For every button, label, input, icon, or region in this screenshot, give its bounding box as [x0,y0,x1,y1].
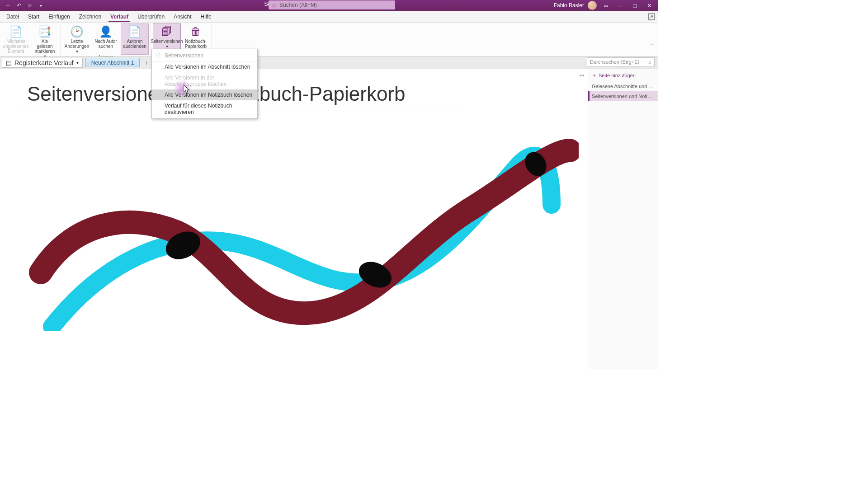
search-icon: ⌕ [272,1,276,9]
close-icon[interactable]: ✕ [644,1,655,10]
ribbon-display-icon[interactable]: ▭ [600,1,611,10]
emoji-icon[interactable]: ☺ [26,2,33,9]
chevron-down-icon: ▾ [76,60,79,65]
author-search-icon: 👤 [99,25,113,38]
menu-hilfe[interactable]: Hilfe [196,11,216,22]
recent-changes-button[interactable]: 🕑 LetzteÄnderungen ▾ [63,23,91,55]
user-avatar[interactable] [588,1,597,10]
menu-zeichnen[interactable]: Zeichnen [75,11,106,22]
section-tab[interactable]: Neuer Abschnitt 1 [85,58,140,67]
undo-icon[interactable]: ↶ [15,2,23,9]
hide-authors-icon: 📄 [128,25,142,38]
page-versions-icon: 🗐 [161,25,172,38]
notebook-name: Registerkarte Verlauf [14,59,74,66]
dropdown-header: Seitenversionen [152,50,257,61]
ribbon-group-autoren: 🕑 LetzteÄnderungen ▾ 👤 Nach Autorsuchen … [61,23,151,56]
page-list-item[interactable]: Seitenversionen und Notizbuch-P [588,91,658,101]
menu-ansicht[interactable]: Ansicht [169,11,196,22]
search-box[interactable]: ⌕ Suchen (Alt+M) [269,0,395,9]
back-icon[interactable]: ← [5,2,12,9]
maximize-icon[interactable]: ▢ [629,1,640,10]
page-versions-dropdown: Seitenversionen Alle Versionen im Abschn… [151,49,258,119]
menu-verlauf[interactable]: Verlauf [106,11,133,22]
add-page-button[interactable]: ＋ Seite hinzufügen [588,69,658,81]
section-search-box[interactable]: Durchsuchen (Strg+E) ⌕ [587,57,655,66]
svg-point-1 [161,226,205,265]
page-title[interactable]: Seitenversionen und Notizbuch-Papierkorb [0,69,588,111]
search-placeholder: Suchen (Alt+M) [279,2,317,8]
section-search-placeholder: Durchsuchen (Strg+E) [590,59,639,65]
next-unread-icon: 📄 [9,25,23,38]
section-bar: ▤ Registerkarte Verlauf ▾ Neuer Abschnit… [0,56,658,69]
notebook-selector[interactable]: ▤ Registerkarte Verlauf ▾ [2,58,83,68]
ribbon-group-ungelesen: 📄 Nächstesungelesenes Element 📑 Als gele… [0,23,61,56]
delete-section-versions[interactable]: Alle Versionen im Abschnitt löschen [152,61,257,72]
search-icon: ⌕ [648,59,651,65]
share-icon[interactable] [647,13,656,21]
trash-icon: 🗑 [190,25,201,38]
notebook-icon: ▤ [6,59,12,66]
minimize-icon[interactable]: — [615,1,626,10]
hide-authors-button[interactable]: 📄 Autorenausblenden [121,23,149,55]
page-list-item[interactable]: Gelesene Abschnitte und Autoren [588,81,658,91]
titlebar: ← ↶ ☺ ▾ Seitenversionen und Notizbuch-Pa… [0,0,658,11]
disable-notebook-history[interactable]: Verlauf für dieses Notizbuch deaktiviere… [152,100,257,117]
clock-icon: 🕑 [70,25,84,38]
page-canvas[interactable]: ⤢ Seitenversionen und Notizbuch-Papierko… [0,69,588,369]
mark-read-button[interactable]: 📑 Als gelesenmarkieren ▾ [31,23,59,60]
svg-point-3 [521,148,551,180]
page-list-sidebar: ＋ Seite hinzufügen Gelesene Abschnitte u… [588,69,658,369]
add-page-label: Seite hinzufügen [599,73,636,78]
plus-icon: ＋ [592,72,597,79]
menu-ueberpruefen[interactable]: Überprüfen [133,11,169,22]
mark-read-icon: 📑 [38,25,52,38]
menu-start[interactable]: Start [24,11,44,22]
next-unread-button: 📄 Nächstesungelesenes Element [2,23,30,60]
delete-notebook-versions[interactable]: Alle Versionen im Notizbuch löschen [152,89,257,100]
menubar: Datei Start Einfügen Zeichnen Verlauf Üb… [0,11,658,23]
delete-group-versions: Alle Versionen in der Abschnittsgruppe l… [152,72,257,89]
qat-more-icon[interactable]: ▾ [37,2,44,9]
collapse-ribbon-icon[interactable]: ︿ [650,41,655,47]
ink-strokes [27,123,579,331]
svg-point-2 [355,257,396,292]
user-name[interactable]: Fabio Basler [554,2,584,9]
ribbon: 📄 Nächstesungelesenes Element 📑 Als gele… [0,23,658,56]
add-section-button[interactable]: + [142,59,151,67]
menu-einfuegen[interactable]: Einfügen [44,11,74,22]
find-by-author-button[interactable]: 👤 Nach Autorsuchen [92,23,120,55]
menu-datei[interactable]: Datei [2,11,24,22]
